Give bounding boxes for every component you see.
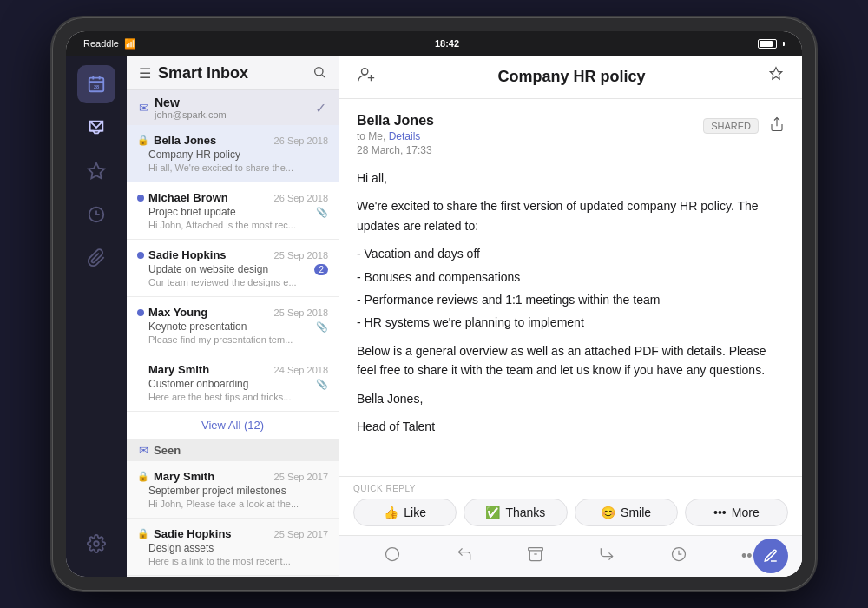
sidebar-item-settings[interactable] <box>77 525 115 563</box>
email-sender-name: Mary Smith <box>154 470 214 483</box>
app-area: 28 <box>66 56 802 577</box>
sidebar-item-starred[interactable] <box>77 152 115 190</box>
paragraph1: We're excited to share the first version… <box>357 196 785 235</box>
thanks-emoji: ✅ <box>485 506 500 519</box>
email-date: 26 Sep 2018 <box>274 193 328 203</box>
shared-badge: SHARED <box>703 118 759 134</box>
email-list-header: ☰ Smart Inbox <box>127 56 339 90</box>
menu-icon[interactable]: ☰ <box>139 65 151 82</box>
sender-row: 🔒 Sadie Hopkins <box>137 527 232 540</box>
section-header-left: ✉ New john@spark.com <box>139 96 227 120</box>
reply-icon[interactable] <box>456 545 473 567</box>
smile-label: Smile <box>621 506 651 519</box>
sender-row: 🔒 Bella Jones <box>137 134 216 147</box>
email-subject: September project milestones <box>148 485 328 497</box>
quick-reply-buttons: 👍 Like ✅ Thanks 😊 Smile ••• <box>353 499 788 526</box>
email-date: 26 Sep 2018 <box>274 135 328 146</box>
bullet-list: - Vacation and days off - Bonuses and co… <box>357 244 785 333</box>
email-item-header: 🔒 Sadie Hopkins 25 Sep 2017 <box>137 527 328 540</box>
like-emoji: 👍 <box>384 506 398 519</box>
email-sender-name: Sadie Hopkins <box>154 527 232 540</box>
email-meta-left: Bella Jones to Me, Details 28 March, 17:… <box>357 113 434 156</box>
quick-reply-bar: QUICK REPLY 👍 Like ✅ Thanks 😊 Smile <box>339 476 802 535</box>
bottom-toolbar: ••• <box>339 535 802 577</box>
snooze-icon[interactable] <box>670 545 687 567</box>
pin-icon[interactable] <box>767 66 785 88</box>
new-section-info: New john@spark.com <box>155 96 227 120</box>
sender-row: Michael Brown <box>137 191 228 204</box>
quick-reply-like[interactable]: 👍 Like <box>353 499 457 526</box>
email-subject: Keynote presentation 📎 <box>148 321 328 333</box>
back-to-inbox-icon[interactable] <box>384 545 401 567</box>
bullet-2: - Bonuses and compensations <box>357 268 785 287</box>
email-preview: Hi John, Please take a look at the... <box>148 499 328 509</box>
share-icon[interactable] <box>769 116 785 135</box>
new-section-icon: ✉ <box>139 101 149 115</box>
details-link[interactable]: Details <box>389 130 421 142</box>
email-timestamp: 28 March, 17:33 <box>357 144 434 156</box>
unread-dot <box>137 309 144 316</box>
subject-text: Customer onboarding <box>148 378 248 390</box>
email-sender-name: Max Young <box>148 306 207 319</box>
email-item-header: 🔒 Bella Jones 26 Sep 2018 <box>137 134 328 147</box>
email-item-header: Max Young 25 Sep 2018 <box>137 306 328 319</box>
view-all-button[interactable]: View All (12) <box>127 412 339 439</box>
sidebar-item-snoozed[interactable] <box>77 195 115 234</box>
email-subject: Projec brief update 📎 <box>148 206 328 218</box>
sender-row: 🔒 Mary Smith <box>137 470 214 483</box>
email-title2: Head of Talent <box>357 417 785 436</box>
header-left: ☰ Smart Inbox <box>139 64 248 83</box>
sender-row: Mary Smith <box>137 363 209 376</box>
forward-icon[interactable] <box>598 545 615 567</box>
new-section-header: ✉ New john@spark.com ✓ <box>127 90 339 125</box>
email-date: 25 Sep 2018 <box>274 307 328 318</box>
subject-text: Design assets <box>148 542 214 554</box>
battery-icon <box>758 39 777 49</box>
quick-reply-more[interactable]: ••• More <box>685 499 788 526</box>
inbox-title: Smart Inbox <box>158 64 248 83</box>
sidebar-item-attachments[interactable] <box>77 239 115 277</box>
quick-reply-smile[interactable]: 😊 Smile <box>575 499 678 526</box>
smile-emoji: 😊 <box>601 506 615 519</box>
unread-dot <box>137 252 144 259</box>
subject-text: September project milestones <box>148 485 286 497</box>
email-item-bella[interactable]: 🔒 Bella Jones 26 Sep 2018 Company HR pol… <box>127 125 339 182</box>
sidebar-item-inbox[interactable] <box>77 109 115 147</box>
email-preview: Here is a link to the most recent... <box>148 556 328 566</box>
archive-icon[interactable] <box>527 545 544 567</box>
seen-section-header: ✉ Seen <box>127 439 339 461</box>
search-icon[interactable] <box>312 65 326 83</box>
status-bar: Readdle 📶 18:42 <box>66 31 802 56</box>
add-contact-icon[interactable] <box>357 65 376 89</box>
more-label: More <box>732 506 760 519</box>
quick-reply-label: QUICK REPLY <box>353 484 788 493</box>
email-item-header: Michael Brown 26 Sep 2018 <box>137 191 328 204</box>
compose-button[interactable] <box>753 539 788 573</box>
email-item-sadie[interactable]: Sadie Hopkins 25 Sep 2018 Update on webs… <box>127 240 339 297</box>
email-preview: Hi all, We're excited to share the... <box>148 162 328 173</box>
svg-point-10 <box>362 69 368 75</box>
subject-text: Projec brief update <box>148 206 236 218</box>
sidebar-item-calendar[interactable]: 28 <box>77 65 115 103</box>
seen-section-title: Seen <box>154 444 181 457</box>
email-content-toolbar: Company HR policy <box>339 56 802 99</box>
svg-marker-5 <box>89 163 104 178</box>
svg-point-14 <box>386 548 399 561</box>
check-all-icon[interactable]: ✓ <box>315 100 326 116</box>
closing: Bella Jones, <box>357 389 785 408</box>
email-item-michael[interactable]: Michael Brown 26 Sep 2018 Projec brief u… <box>127 182 339 240</box>
svg-point-7 <box>94 541 99 546</box>
email-body: Bella Jones to Me, Details 28 March, 17:… <box>339 99 802 476</box>
icon-sidebar: 28 <box>66 56 127 577</box>
email-item-mary[interactable]: Mary Smith 24 Sep 2018 Customer onboardi… <box>127 354 339 412</box>
email-meta-right: SHARED <box>703 116 785 135</box>
email-subject: Design assets <box>148 542 328 554</box>
paragraph2: Below is a general overview as well as a… <box>357 341 785 380</box>
quick-reply-thanks[interactable]: ✅ Thanks <box>464 499 567 526</box>
email-item-max[interactable]: Max Young 25 Sep 2018 Keynote presentati… <box>127 297 339 354</box>
battery-tip <box>783 42 785 46</box>
subject-text: Company HR policy <box>148 149 240 161</box>
email-item-sadie-seen[interactable]: 🔒 Sadie Hopkins 25 Sep 2017 Design asset… <box>127 519 339 576</box>
new-section-title: New <box>155 96 227 109</box>
email-item-mary-seen[interactable]: 🔒 Mary Smith 25 Sep 2017 September proje… <box>127 461 339 519</box>
